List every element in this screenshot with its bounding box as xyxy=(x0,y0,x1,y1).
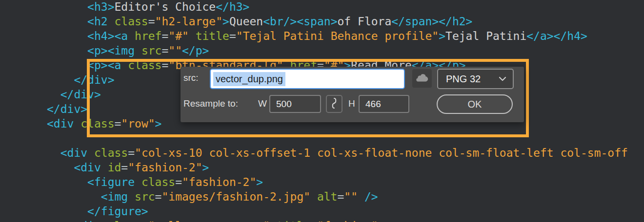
code-line: <p><img src=""</p> xyxy=(47,43,628,58)
code-line: <div class="gallery-name wow" title="fas… xyxy=(47,219,628,222)
cloud-upload-button[interactable] xyxy=(412,69,432,88)
code-line: <div class="col-xs-10 col-xs-offset-1 co… xyxy=(47,146,628,160)
link-dimensions-button[interactable] xyxy=(326,95,342,113)
width-label: W xyxy=(258,98,267,109)
code-line: <h4><a href="#" title="Tejal Patini Beha… xyxy=(47,29,628,43)
code-line: <div id="fashion-2"> xyxy=(47,160,628,175)
resample-label: Resample to: xyxy=(183,98,238,109)
code-line: <h2 class="h2-large">Queen<br/><span>of … xyxy=(47,14,628,29)
ok-button[interactable]: OK xyxy=(437,94,513,114)
editor-screen: <h3>Editor's Choice</h3> <h2 class="h2-l… xyxy=(0,0,644,222)
height-input[interactable]: 466 xyxy=(359,95,409,113)
image-properties-dialog: src: vector_dup.png PNG 32 Resample to: … xyxy=(181,67,524,122)
cloud-icon xyxy=(416,73,428,84)
width-input-value: 500 xyxy=(276,99,292,110)
chevron-down-icon xyxy=(499,74,513,83)
height-input-value: 466 xyxy=(365,99,381,110)
format-dropdown-value: PNG 32 xyxy=(446,74,499,85)
code-line: </figure> xyxy=(47,204,628,219)
width-input[interactable]: 500 xyxy=(269,95,321,113)
link-icon xyxy=(331,97,338,111)
src-input-selected-text: vector_dup.png xyxy=(213,72,285,86)
ok-button-label: OK xyxy=(468,99,482,110)
format-dropdown[interactable]: PNG 32 xyxy=(437,69,514,89)
src-input[interactable]: vector_dup.png xyxy=(210,69,405,89)
src-label: src: xyxy=(183,73,199,83)
height-label: H xyxy=(348,98,355,109)
code-line: <img src="images/fashion-2.jpg" alt="" /… xyxy=(47,189,628,204)
code-line: <figure class="fashion-2"> xyxy=(47,175,628,189)
code-line: <h3>Editor's Choice</h3> xyxy=(47,0,628,14)
